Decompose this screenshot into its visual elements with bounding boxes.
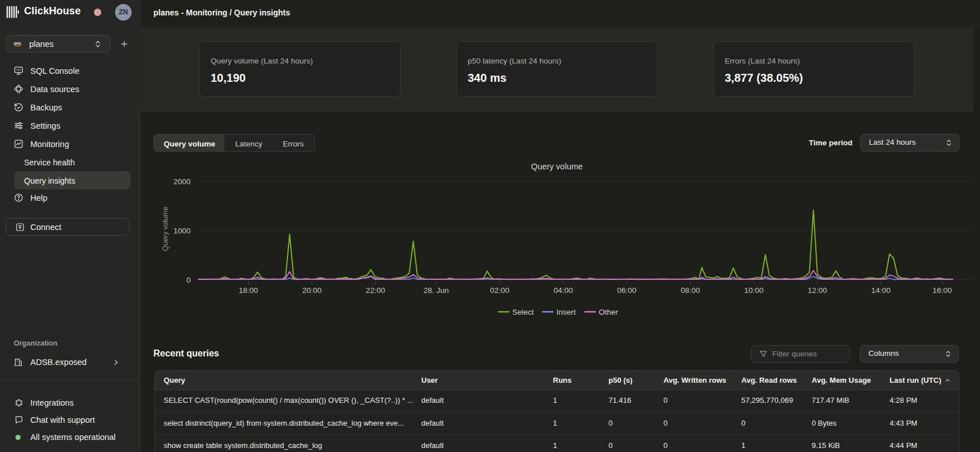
svg-text:28. Jun: 28. Jun <box>424 286 449 295</box>
svg-text:2000: 2000 <box>173 177 191 186</box>
svg-text:02:00: 02:00 <box>490 286 509 295</box>
svg-text:Select: Select <box>512 308 534 316</box>
svg-text:Query volume: Query volume <box>531 162 583 171</box>
svg-text:06:00: 06:00 <box>617 286 637 295</box>
svg-text:10:00: 10:00 <box>744 286 764 295</box>
svg-text:22:00: 22:00 <box>366 286 385 295</box>
svg-text:18:00: 18:00 <box>239 286 258 295</box>
svg-text:0: 0 <box>186 276 191 284</box>
svg-text:Insert: Insert <box>556 308 576 316</box>
svg-text:14:00: 14:00 <box>871 286 891 295</box>
svg-text:1000: 1000 <box>173 227 191 235</box>
svg-text:Query volume: Query volume <box>161 207 169 251</box>
svg-text:12:00: 12:00 <box>808 286 827 295</box>
svg-text:04:00: 04:00 <box>554 286 573 295</box>
svg-text:16:00: 16:00 <box>932 286 952 295</box>
svg-text:08:00: 08:00 <box>681 286 700 295</box>
svg-text:Other: Other <box>599 308 618 316</box>
svg-text:20:00: 20:00 <box>302 286 322 295</box>
